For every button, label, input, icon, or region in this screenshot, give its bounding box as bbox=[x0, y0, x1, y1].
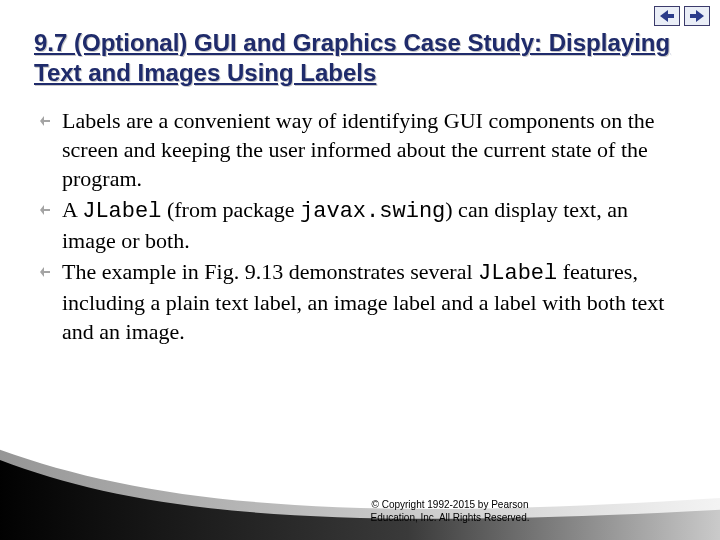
code-text: JLabel bbox=[478, 261, 557, 286]
bullet-text: The example in Fig. 9.13 demonstrates se… bbox=[62, 259, 478, 284]
bullet-list: Labels are a convenient way of identifyi… bbox=[34, 106, 686, 346]
copyright-line: © Copyright 1992-2015 by Pearson bbox=[372, 499, 529, 510]
bullet-text: A bbox=[62, 197, 82, 222]
prev-arrow-icon bbox=[660, 10, 674, 22]
next-arrow-icon bbox=[690, 10, 704, 22]
nav-controls bbox=[654, 6, 710, 26]
next-button[interactable] bbox=[684, 6, 710, 26]
bullet-text: (from package bbox=[161, 197, 300, 222]
copyright-line: Education, Inc. All Rights Reserved. bbox=[371, 512, 530, 523]
decorative-swoosh bbox=[0, 436, 720, 540]
code-text: JLabel bbox=[82, 199, 161, 224]
bullet-text: Labels are a convenient way of identifyi… bbox=[62, 108, 655, 191]
slide: 9.7 (Optional) GUI and Graphics Case Stu… bbox=[0, 0, 720, 540]
prev-button[interactable] bbox=[654, 6, 680, 26]
bullet-item: A JLabel (from package javax.swing) can … bbox=[40, 195, 684, 255]
svg-marker-0 bbox=[660, 10, 674, 22]
bullet-item: Labels are a convenient way of identifyi… bbox=[40, 106, 684, 193]
svg-marker-1 bbox=[690, 10, 704, 22]
bullet-item: The example in Fig. 9.13 demonstrates se… bbox=[40, 257, 684, 346]
slide-title: 9.7 (Optional) GUI and Graphics Case Stu… bbox=[34, 28, 686, 88]
code-text: javax.swing bbox=[300, 199, 445, 224]
copyright: © Copyright 1992-2015 by Pearson Educati… bbox=[300, 498, 600, 524]
